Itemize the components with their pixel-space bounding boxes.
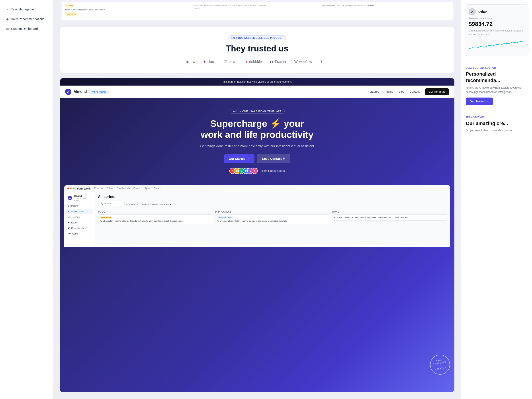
webflow-icon: W (294, 60, 298, 64)
team-title: Our amazing cre... (466, 120, 528, 127)
team-description: Do you want to learn more about our te..… (466, 128, 528, 133)
sidebar-item-label: Task Management (11, 7, 36, 11)
sidebar-components[interactable]: ◧ Components (66, 226, 93, 231)
kanban-columns: TO DO Refactoring As a translator, I wan… (98, 211, 447, 242)
sidebar-backlog[interactable]: ≡ Backlog (66, 203, 93, 209)
sidebar-active-sprints[interactable]: ▶ Active sprints (66, 209, 93, 214)
nav-contact[interactable]: Contact (410, 90, 420, 93)
hero-subtitle: Get things done faster and more efficien… (66, 144, 448, 148)
todo-tag: Refactoring (100, 216, 112, 219)
nav-projects[interactable]: Projects (94, 187, 103, 190)
slack-icon: ✦ (203, 60, 206, 64)
todo-header: TO DO (98, 211, 213, 213)
right-panel: A Arthur Statement of earnings $9834.72 … (461, 0, 532, 399)
avatar-6: F (252, 168, 258, 174)
todo-card-text: As a translator, I want to integrate Cro… (100, 220, 211, 222)
nav-people[interactable]: People (133, 187, 141, 190)
logo-zapier: ✦ :::: (320, 60, 329, 64)
nav-pricing[interactable]: Pricing (384, 90, 393, 93)
earnings-amount: $9834.72 (469, 21, 525, 27)
trusted-section: 1M + BUSINESSES USES OUR PRODUCT They tr… (60, 27, 454, 73)
trusted-title: They trusted us (66, 44, 448, 53)
earnings-chart (469, 39, 525, 52)
chart-svg (469, 39, 525, 52)
tab-my-issues[interactable]: Only My Issues (126, 203, 140, 206)
sprint-title: All sprints (98, 195, 447, 199)
reports-icon: 📊 (68, 216, 70, 218)
nav-your-work[interactable]: Your work (77, 187, 91, 190)
chart-line (469, 41, 525, 49)
dot-green (73, 188, 75, 189)
nav-features[interactable]: Features (368, 90, 379, 93)
logo-slack: ✦ slack (203, 60, 215, 64)
team-section: TEAM SECTION Our amazing cre... Do you w… (465, 116, 528, 133)
sprint-search[interactable]: 🔍 Search (98, 201, 125, 206)
earnings-name: Arthur (477, 10, 487, 13)
sidebar-item-custom-dashboard[interactable]: ⊞ Custom Dashboard (2, 24, 51, 33)
kanban-done-column: DONE As a user, I want to access Interco… (332, 211, 447, 242)
issues-icon: ⚑ (68, 222, 70, 224)
in-progress-card-1: Complete sprint As an external contribut… (215, 214, 330, 224)
dual-content-section: DUAL CONTENT SECTION Personalized recomm… (465, 67, 528, 105)
brave-icon: 🛡 (224, 60, 227, 64)
screenshot-topbar: Your work Projects Filters Dashboards Pe… (64, 185, 450, 192)
sprints-icon: ▶ (68, 210, 70, 213)
sidebar-issues[interactable]: ⚑ Issues (66, 220, 93, 225)
screenshot-content: A Almond Classic software project ≡ Back… (64, 192, 450, 245)
template-nav-left: A Almond We're Hiring! (65, 89, 109, 95)
logo-webflow: W webflow (294, 60, 312, 64)
sidebar-reports[interactable]: 📊 Reports (66, 215, 93, 220)
sidebar-item-label: Custom Dashboard (11, 27, 38, 31)
sidebar-item-daily-recommendations[interactable]: ◆ Daily Recommendations (2, 15, 51, 24)
nav-apps[interactable]: Apps (145, 187, 150, 190)
backlog-icon: ≡ (68, 205, 69, 207)
earnings-description: Lorem ipsum dolor sit amet, consectetur … (469, 29, 525, 36)
in-progress-card-text: As an external contributor, I want to be… (217, 220, 329, 222)
template-section: This banner helps in notifying visitors … (60, 78, 454, 392)
happy-users-count: +14M Happy Users (260, 169, 285, 172)
hero-title: Supercharge ⚡ your work and life product… (66, 118, 448, 140)
tab-recently-updated[interactable]: Recently Updated (142, 203, 158, 206)
main-content: FC-9 ★3 Iterate nuxt-18n in product-deve… (53, 0, 461, 399)
tab-all-sprints[interactable]: All sprints ▾ (159, 203, 171, 206)
dot-yellow (70, 188, 72, 189)
done-card-text: As a user, I want to access Intercom hel… (334, 216, 446, 219)
nav-dashboards[interactable]: Dashboards (117, 187, 130, 190)
sidebar: ✓ Task Management ◆ Daily Recommendation… (0, 0, 53, 399)
diamond-icon: ◆ (6, 17, 9, 21)
done-header: DONE (332, 211, 447, 213)
divider-1 (465, 61, 528, 61)
nav-blog[interactable]: Blog (399, 90, 404, 93)
code-icon: </> (68, 233, 71, 235)
ow-icon: ◉ (186, 60, 189, 64)
template-nav-links: Features Pricing Blog Contact Get Templa… (368, 88, 449, 95)
earnings-card: A Arthur Statement of earnings $9834.72 … (465, 4, 528, 56)
screenshot-main-area: All sprints 🔍 Search Only My Issues Rece… (95, 192, 450, 245)
top-partial-card: FC-9 ★3 Iterate nuxt-18n in product-deve… (60, 0, 454, 22)
sidebar-item-task-management[interactable]: ✓ Task Management (2, 5, 51, 14)
dual-content-description: Finally, the AI-powered virtual assistan… (466, 86, 528, 94)
nav-filters[interactable]: Filters (106, 187, 113, 190)
kanban-todo-column: TO DO Refactoring As a translator, I wan… (98, 211, 213, 242)
template-logo-icon: A (65, 89, 71, 95)
avatar-stack: A B C D E F (229, 168, 258, 174)
in-progress-tag: Complete sprint (217, 216, 233, 219)
dual-content-cta-button[interactable]: Get Started → (466, 98, 493, 105)
logo-dribbble: ● dribbble (246, 60, 262, 64)
project-name: Almond Classic software project (73, 195, 92, 201)
lets-contact-button[interactable]: Let's Contact ✈ (257, 154, 290, 163)
logo-brave: 🛡 brave (224, 60, 238, 64)
sprint-tabs: 🔍 Search Only My Issues Recently Updated… (98, 201, 447, 208)
divider-2 (465, 111, 528, 111)
dual-content-badge: DUAL CONTENT SECTION (466, 67, 528, 69)
nav-create[interactable]: Create (154, 187, 161, 190)
earnings-avatar: A (469, 8, 476, 15)
logo-framer: ⧓ Framer (270, 60, 286, 64)
get-template-button[interactable]: Get Template (425, 88, 449, 95)
dribbble-icon: ● (246, 60, 248, 64)
dual-content-title: Personalized recommenda... (466, 71, 528, 83)
hiring-badge: We're Hiring! (89, 90, 109, 94)
in-progress-header: IN PROGRESS (215, 211, 330, 213)
get-started-button[interactable]: Get Started → (224, 154, 254, 163)
sidebar-code[interactable]: </> Code (66, 231, 93, 236)
